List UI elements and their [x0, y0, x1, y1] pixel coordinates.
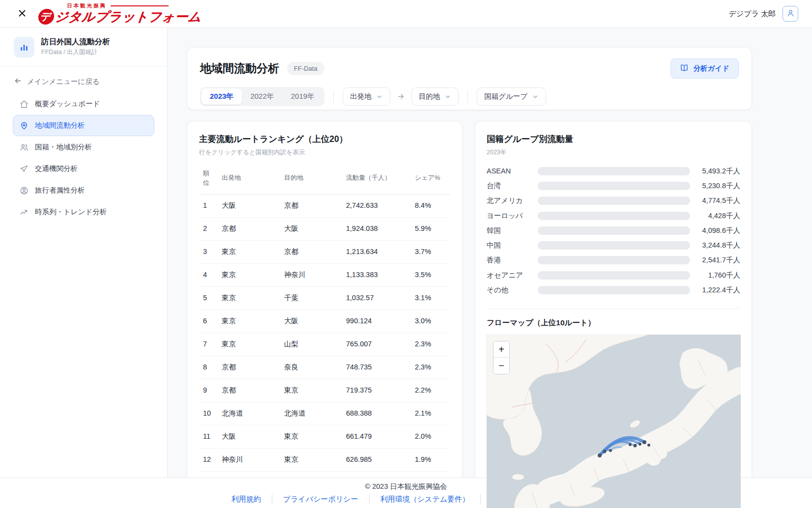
- ranking-title: 主要流動ルートランキング（上位20）: [199, 133, 450, 145]
- bar-track: [538, 241, 690, 250]
- rank-cell: 2: [199, 217, 218, 240]
- rank-cell: 9: [199, 379, 218, 402]
- column-header: 順位: [199, 163, 218, 194]
- table-row[interactable]: 8京都奈良748.7352.3%: [199, 356, 450, 379]
- flow-map-title: フローマップ（上位10ルート）: [487, 318, 740, 328]
- user-circle-icon: [20, 186, 29, 195]
- volume-cell: 1,924.038: [342, 217, 411, 240]
- pin-icon: [20, 121, 29, 130]
- bar-label: 北アメリカ: [487, 196, 538, 205]
- bar-track: [538, 256, 690, 264]
- bar-track: [538, 286, 690, 294]
- volume-cell: 990.124: [342, 310, 411, 333]
- share-cell: 5.9%: [411, 217, 450, 240]
- bar-track: [538, 197, 690, 205]
- table-row[interactable]: 5東京千葉1,032.573.1%: [199, 286, 450, 310]
- volume-cell: 688.388: [342, 402, 411, 425]
- app-root: 日本観光振興 デ ジタルプラットフォーム デジプラ 太郎 訪日外国人流動分析: [0, 0, 812, 508]
- footer-link-0[interactable]: 利用規約: [221, 494, 272, 504]
- table-row[interactable]: 10北海道北海道688.3882.1%: [199, 402, 450, 425]
- map-zoom-out-button[interactable]: −: [493, 358, 509, 374]
- nationality-chart-subtitle: 2023年: [487, 148, 740, 157]
- home-icon: [20, 100, 29, 109]
- bar-row: 台湾5,230.8千人: [487, 178, 740, 193]
- nationality-bar-chart: ASEAN5,493.2千人台湾5,230.8千人北アメリカ4,774.5千人ヨ…: [487, 164, 740, 298]
- volume-cell: 1,213.634: [342, 240, 411, 263]
- sidebar-item-4[interactable]: 旅行者属性分析: [13, 180, 154, 201]
- share-cell: 2.0%: [411, 425, 450, 448]
- volume-cell: 626.985: [342, 448, 411, 471]
- table-row[interactable]: 3東京京都1,213.6343.7%: [199, 240, 450, 263]
- column-header: 出発地: [218, 163, 280, 194]
- sidebar-item-5[interactable]: 時系列・トレンド分析: [13, 201, 154, 223]
- page-title: 地域間流動分析: [200, 61, 279, 76]
- analysis-guide-button[interactable]: 分析ガイド: [670, 58, 739, 79]
- column-header: シェア%: [411, 163, 450, 194]
- footer-link-2[interactable]: 利用環境（システム要件）: [369, 494, 480, 504]
- share-cell: 8.4%: [411, 194, 450, 217]
- bar-row: その他1,222.4千人: [487, 282, 740, 297]
- share-cell: 2.3%: [411, 356, 450, 379]
- avatar-button[interactable]: [783, 6, 798, 22]
- brand-logo-text: ジタルプラットフォーム: [54, 8, 202, 26]
- route-ranking-card: 主要流動ルートランキング（上位20） 行をクリックすると国籍別内訳を表示 順位出…: [187, 121, 463, 508]
- share-cell: 3.5%: [411, 263, 450, 286]
- back-to-main-menu-link[interactable]: メインメニューに戻る: [14, 77, 153, 86]
- table-row[interactable]: 11大阪東京661.4792.0%: [199, 425, 450, 448]
- bar-value: 3,244.8千人: [695, 241, 740, 250]
- table-row[interactable]: 12神奈川東京626.9851.9%: [199, 448, 450, 471]
- table-row[interactable]: 1大阪京都2,742.6338.4%: [199, 194, 450, 217]
- dest-cell: 東京: [280, 379, 342, 402]
- bar-row: ASEAN5,493.2千人: [487, 164, 740, 178]
- sidebar-item-1[interactable]: 地域間流動分析: [13, 115, 154, 136]
- rank-cell: 4: [199, 263, 218, 286]
- sidebar-item-0[interactable]: 概要ダッシュボード: [13, 93, 154, 114]
- origin-cell: 神奈川: [218, 448, 280, 471]
- bar-row: オセアニア1,760千人: [487, 268, 740, 282]
- table-row[interactable]: 9京都東京719.3752.2%: [199, 379, 450, 402]
- dest-cell: 奈良: [280, 356, 342, 379]
- sidebar-item-label: 国籍・地域別分析: [35, 142, 92, 152]
- column-header: 目的地: [280, 163, 342, 194]
- dest-cell: 大阪: [280, 217, 342, 240]
- share-cell: 2.2%: [411, 379, 450, 402]
- dest-cell: 千葉: [280, 286, 342, 310]
- map-zoom-control: + −: [493, 341, 510, 374]
- origin-dropdown[interactable]: 出発地: [343, 87, 390, 106]
- nationality-group-dropdown[interactable]: 国籍グループ: [477, 87, 546, 106]
- year-tab-2019年[interactable]: 2019年: [283, 88, 323, 105]
- destination-dropdown[interactable]: 目的地: [411, 87, 459, 106]
- bar-row: 北アメリカ4,774.5千人: [487, 194, 740, 208]
- year-tab-2022年[interactable]: 2022年: [242, 88, 282, 105]
- rank-cell: 8: [199, 356, 218, 379]
- year-tab-2023年[interactable]: 2023年: [202, 88, 242, 105]
- dest-cell: 大阪: [280, 310, 342, 333]
- table-row[interactable]: 7東京山梨765.0072.3%: [199, 333, 450, 356]
- table-row[interactable]: 2京都大阪1,924.0385.9%: [199, 217, 450, 240]
- main-content: 地域間流動分析 FF-Data 分析ガイド 2023年2022年2019年 出発…: [168, 28, 812, 508]
- map-zoom-in-button[interactable]: +: [493, 341, 509, 358]
- footer-link-1[interactable]: プライバシーポリシー: [272, 494, 369, 504]
- brand-logo-disc: デ: [37, 9, 55, 25]
- sidebar-item-2[interactable]: 国籍・地域別分析: [13, 137, 154, 158]
- page-header-card: 地域間流動分析 FF-Data 分析ガイド 2023年2022年2019年 出発…: [187, 47, 752, 110]
- bar-track: [538, 271, 690, 280]
- top-bar: 日本観光振興 デ ジタルプラットフォーム デジプラ 太郎: [0, 0, 812, 28]
- sidebar-item-3[interactable]: 交通機関分析: [13, 158, 154, 179]
- origin-cell: 京都: [218, 217, 280, 240]
- sidebar-menu: 概要ダッシュボード地域間流動分析国籍・地域別分析交通機関分析旅行者属性分析時系列…: [0, 91, 167, 225]
- bar-track: [538, 167, 690, 175]
- volume-cell: 661.479: [342, 425, 411, 448]
- bar-label: ASEAN: [487, 167, 538, 175]
- origin-cell: 東京: [218, 240, 280, 263]
- close-button[interactable]: [14, 5, 30, 22]
- origin-cell: 東京: [218, 263, 280, 286]
- sidebar-app-subtitle: FFData / 出入国統計: [41, 48, 110, 56]
- table-row[interactable]: 6東京大阪990.1243.0%: [199, 310, 450, 333]
- close-icon: [17, 8, 28, 20]
- origin-cell: 大阪: [218, 194, 280, 217]
- bar-value: 4,774.5千人: [695, 196, 740, 205]
- table-row[interactable]: 4東京神奈川1,133.3833.5%: [199, 263, 450, 286]
- flow-map[interactable]: + −: [487, 335, 741, 508]
- bar-row: ヨーロッパ4,428千人: [487, 208, 740, 223]
